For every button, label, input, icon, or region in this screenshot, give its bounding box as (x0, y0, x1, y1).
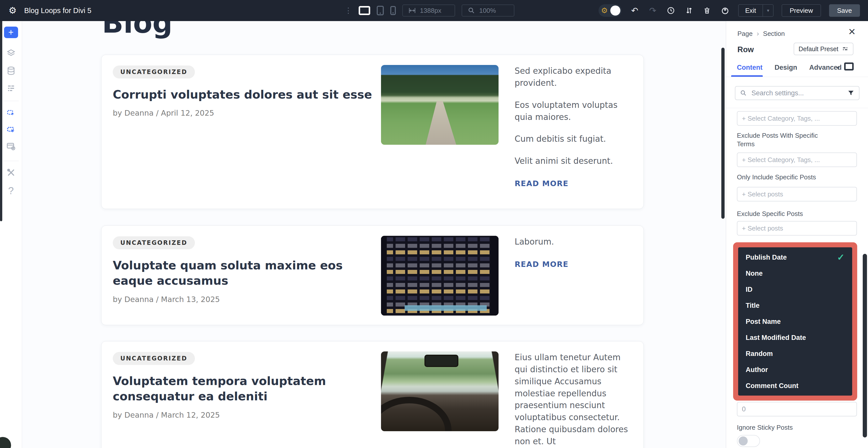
canvas-scrollbar[interactable] (721, 48, 724, 219)
zoom-value: 100% (479, 7, 496, 14)
exclude-posts-label: Exclude Specific Posts (737, 210, 803, 218)
top-bar-center: ⋮ 1388px 100% (345, 0, 515, 21)
select-module-icon[interactable] (6, 109, 16, 118)
divi-builder-window: ⚙ Blog Loops for Divi 5 ⋮ 1388px 100% (0, 0, 868, 448)
exclude-posts-field[interactable]: + Select posts (737, 221, 857, 236)
panel-scrollbar[interactable] (863, 254, 867, 438)
excerpt-paragraph: Cum debitis sit fugiat. (515, 133, 633, 145)
offset-number-input[interactable] (737, 402, 857, 416)
category-badge[interactable]: UNCATEGORIZED (113, 352, 195, 365)
post-title-link[interactable]: Corrupti voluptates dolores aut sit esse (113, 87, 379, 102)
wireframe-icon[interactable] (6, 84, 16, 93)
dropdown-option-none[interactable]: None (738, 265, 852, 281)
help-icon[interactable]: ? (8, 185, 13, 196)
dropdown-option-last-modified-date[interactable]: Last Modified Date (738, 330, 852, 346)
category-badge[interactable]: UNCATEGORIZED (113, 236, 195, 249)
trash-button[interactable] (702, 5, 712, 15)
drag-dots-icon[interactable]: ⋮ (345, 7, 352, 14)
exit-button-group: Exit ▾ (738, 4, 774, 17)
dropdown-option-random[interactable]: Random (738, 346, 852, 362)
car-interior-image (381, 351, 499, 431)
filter-funnel-icon[interactable] (847, 90, 855, 97)
read-more-link[interactable]: READ MORE (515, 178, 569, 189)
top-bar-left: ⚙ Blog Loops for Divi 5 (8, 0, 91, 21)
preview-button[interactable]: Preview (782, 4, 821, 17)
exclude-terms-field[interactable]: + Select Category, Tags, ... (737, 152, 857, 167)
magnifier-icon (468, 7, 475, 14)
history-button[interactable] (666, 5, 676, 15)
desktop-view-button[interactable] (359, 6, 370, 15)
save-button[interactable]: Save (829, 4, 860, 17)
breadcrumb: Page › Section (737, 30, 785, 38)
width-icon (408, 7, 416, 14)
section-divider (726, 108, 868, 108)
preset-button-label: Default Preset (799, 45, 838, 53)
close-panel-button[interactable]: × (848, 26, 856, 38)
dropdown-option-publish-date[interactable]: Publish Date ✓ (738, 249, 852, 265)
tools-icon[interactable] (6, 168, 16, 177)
check-icon: ✓ (837, 253, 845, 262)
default-preset-button[interactable]: Default Preset (794, 43, 854, 55)
nature-path-image (381, 65, 499, 145)
post-thumbnail-night-building[interactable] (381, 236, 499, 316)
power-button[interactable] (720, 5, 730, 15)
tablet-view-button[interactable] (377, 6, 384, 15)
ignore-sticky-toggle[interactable] (737, 435, 760, 447)
post-title-link[interactable]: Voluptate quam soluta maxime eos eaque a… (113, 258, 379, 288)
sort-arrows-button[interactable] (684, 5, 694, 15)
settings-gear-icon[interactable]: ⚙ (8, 6, 17, 15)
undo-button[interactable]: ↶ (630, 5, 640, 15)
layers-icon[interactable] (6, 49, 16, 58)
redo-button[interactable]: ↷ (648, 5, 658, 15)
search-icon (740, 90, 747, 97)
post-thumbnail-car-interior[interactable] (381, 351, 499, 431)
builder-theme-toggle[interactable]: ⚙ (598, 4, 622, 17)
dropdown-option-author[interactable]: Author (738, 362, 852, 378)
post-excerpt: Laborum. READ MORE (515, 236, 633, 270)
settings-search (735, 86, 860, 100)
phone-view-button[interactable] (390, 6, 396, 15)
read-more-link[interactable]: READ MORE (515, 259, 569, 270)
database-icon[interactable] (6, 66, 16, 75)
search-settings-input[interactable] (751, 89, 843, 97)
post-title-link[interactable]: Voluptatem tempora voluptatem consequatu… (113, 374, 379, 404)
toggle-knob (739, 437, 748, 446)
exit-button[interactable]: Exit (739, 5, 763, 16)
dropdown-option-title[interactable]: Title (738, 298, 852, 314)
post-excerpt: Sed explicabo expedita provident. Eos vo… (515, 65, 633, 189)
breadcrumb-section[interactable]: Section (763, 30, 785, 38)
exclude-terms-label: Exclude Posts With Specific Terms (737, 132, 835, 148)
tab-content[interactable]: Content (737, 64, 763, 71)
include-posts-field[interactable]: + Select posts (737, 187, 857, 201)
sidebar-scrollbar[interactable] (0, 21, 2, 221)
post-card[interactable]: UNCATEGORIZED Voluptatem tempora volupta… (101, 341, 644, 448)
zoom-field[interactable]: 100% (462, 4, 515, 16)
dropdown-option-id[interactable]: ID (738, 281, 852, 298)
top-bar: ⚙ Blog Loops for Divi 5 ⋮ 1388px 100% (0, 0, 868, 21)
responsive-width-field[interactable]: 1388px (402, 4, 455, 16)
device-mode-icon[interactable] (844, 63, 854, 70)
include-terms-field[interactable]: + Select Category, Tags, ... (737, 111, 857, 126)
add-module-button[interactable]: + (4, 27, 18, 38)
excerpt-paragraph: Eius ullam tenetur Autem qui distinctio … (515, 351, 633, 448)
post-card[interactable]: UNCATEGORIZED Corrupti voluptates dolore… (101, 55, 644, 209)
builder-canvas: Blog UNCATEGORIZED Corrupti voluptates d… (22, 21, 726, 448)
exit-caret-icon[interactable]: ▾ (763, 5, 773, 16)
breadcrumb-page[interactable]: Page (737, 30, 753, 38)
dropdown-option-post-name[interactable]: Post Name (738, 314, 852, 330)
post-card[interactable]: UNCATEGORIZED Voluptate quam soluta maxi… (101, 226, 644, 325)
tab-design[interactable]: Design (775, 64, 797, 71)
excerpt-paragraph: Eos voluptatem voluptas quia maiores. (515, 99, 633, 123)
steering-wheel-shape (381, 397, 452, 431)
post-thumbnail-nature-path[interactable] (381, 65, 499, 145)
tabs-caret-icon[interactable]: ▼ (836, 65, 841, 71)
select-row-icon[interactable] (6, 125, 16, 134)
category-badge[interactable]: UNCATEGORIZED (113, 66, 195, 78)
dropdown-option-comment-count[interactable]: Comment Count (738, 378, 852, 394)
module-title: Row (737, 45, 754, 54)
post-meta: by Deanna / March 13, 2025 (113, 295, 220, 304)
preset-window-icon[interactable] (6, 142, 16, 151)
rearview-mirror-shape (425, 355, 458, 367)
post-meta: by Deanna / March 12, 2025 (113, 411, 220, 419)
responsive-width-value: 1388px (420, 7, 441, 14)
